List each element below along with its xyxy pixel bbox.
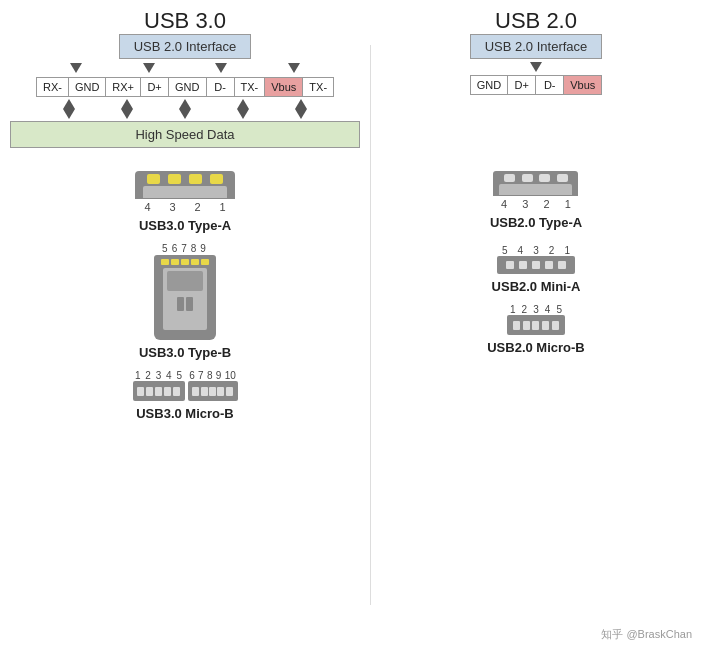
arrow-down-3 [215,63,227,73]
typeA-inner-bar [143,186,227,198]
usb20-miniA-wrap: 5 4 3 2 1 USB2.0 Mini-A [492,245,581,294]
watermark: 知乎 @BraskChan [601,627,692,642]
usb20-typeA-nums: 4 3 2 1 [493,198,578,210]
page-wrapper: USB 3.0 USB 2.0 USB 2.0 Interface [0,0,702,650]
mc-1 [137,387,144,396]
mc-9 [217,387,224,396]
section-header: USB 3.0 USB 2.0 [0,8,702,34]
usb30-typeA-wrap: 4 3 2 1 USB3.0 Type-A [135,171,235,233]
pin-gnd-1: GND [69,78,106,96]
arrow-down-s [237,109,249,119]
usb20-header: USB 2.0 [370,8,702,34]
usb20-interface: USB 2.0 Interface GND D+ D- Vbus [370,34,702,148]
typeB-top-c-5 [201,259,209,265]
microB3-right-connector [188,381,238,401]
interface-area: USB 2.0 Interface RX- GND RX+ D+ GND D- [0,34,702,148]
usb30-microB-label: USB3.0 Micro-B [136,406,234,421]
high-speed-bar: High Speed Data [10,121,360,148]
arrow-both-3 [179,99,191,119]
typeB-top-c-1 [161,259,169,265]
mb2-c-5 [552,321,559,330]
usb20-interface-label: USB 2.0 Interface [485,39,588,54]
typeB-mid-box [163,268,207,330]
mb2-c-3 [532,321,539,330]
contact-2 [168,174,181,184]
pin-d-plus-1: D+ [141,78,169,96]
mc-3 [155,387,162,396]
usb20-typeA-label: USB2.0 Type-A [490,215,582,230]
pin-vbus-2: Vbus [564,76,601,94]
pin-d-minus-2: D- [536,76,564,94]
arrow-down-s [63,109,75,119]
pin-row-20: GND D+ D- Vbus [470,75,603,95]
usb30-interface-label: USB 2.0 Interface [134,39,237,54]
pin-vbus-1: Vbus [265,78,303,96]
contact-a2-3 [539,174,550,182]
contact-1 [147,174,160,184]
arrow-up [179,99,191,109]
microB3-left-nums: 1 2 3 4 5 [133,370,185,381]
typeA2-inner-bar [499,184,572,195]
contact-3 [189,174,202,184]
miniA-nums-top: 5 4 3 2 1 [497,245,575,256]
arrow-down-4 [288,63,300,73]
typeA-contacts-row [135,171,235,186]
mc-7 [201,387,208,396]
arrow-both-4 [237,99,249,119]
arrow-up [63,99,75,109]
arrow-down-s [295,109,307,119]
mb2-c-2 [523,321,530,330]
microB3-right: 6 7 8 9 10 [188,370,238,401]
pin-tx-minus-1: TX- [235,78,266,96]
arrow-both-1 [63,99,75,119]
mini-c-5 [558,261,566,269]
usb20-microB-label: USB2.0 Micro-B [487,340,585,355]
vertical-divider [370,45,371,605]
arrow-down-2 [143,63,155,73]
mc-5 [173,387,180,396]
mini-c-2 [519,261,527,269]
usb30-title: USB 3.0 [144,8,226,33]
mc-10 [226,387,233,396]
typeB-mid-inner [167,271,203,291]
typeA2-contacts-row [493,171,578,184]
microB3-body-row: 1 2 3 4 5 [133,370,238,401]
whole-layout: USB 3.0 USB 2.0 USB 2.0 Interface [0,0,702,429]
usb30-header: USB 3.0 [0,8,370,34]
mb2-c-1 [513,321,520,330]
usb30-typeB-body [154,255,216,340]
arrow-down-s [121,109,133,119]
usb30-microB-wrap: 1 2 3 4 5 [133,370,238,421]
mc-6 [192,387,199,396]
usb30-interface-box: USB 2.0 Interface [119,34,252,59]
arrow-up [121,99,133,109]
typeB-bot-row [177,297,193,311]
usb20-interface-box: USB 2.0 Interface [470,34,603,59]
mini-c-3 [532,261,540,269]
mini-c-1 [506,261,514,269]
pin-rx-plus: RX+ [106,78,141,96]
microB3-right-nums: 6 7 8 9 10 [188,370,238,381]
pin-gnd-3: GND [471,76,508,94]
usb20-typeA-body [493,171,578,196]
usb30-interface: USB 2.0 Interface RX- GND RX+ D+ GND D- [0,34,370,148]
microB3-left-connector [133,381,185,401]
contact-4 [210,174,223,184]
connectors-area: 4 3 2 1 USB3.0 Type-A 5 6 7 8 9 [0,166,702,421]
arrow-both-5 [295,99,307,119]
usb20-title: USB 2.0 [495,8,577,33]
pin-tx-minus-2: TX- [303,78,333,96]
typeB-top-c-4 [191,259,199,265]
usb20-microB-body [507,315,565,335]
arrow-down-s [179,109,191,119]
arrow-up [237,99,249,109]
mc-4 [164,387,171,396]
mb2-c-4 [542,321,549,330]
contact-a2-4 [557,174,568,182]
usb30-typeB-label: USB3.0 Type-B [139,345,231,360]
usb20-typeA-wrap: 4 3 2 1 USB2.0 Type-A [490,171,582,230]
usb30-connectors: 4 3 2 1 USB3.0 Type-A 5 6 7 8 9 [0,166,370,421]
pin-row-30: RX- GND RX+ D+ GND D- TX- Vbus TX- [36,77,334,97]
pin-rx-minus: RX- [37,78,69,96]
usb30-typeA-label: USB3.0 Type-A [139,218,231,233]
